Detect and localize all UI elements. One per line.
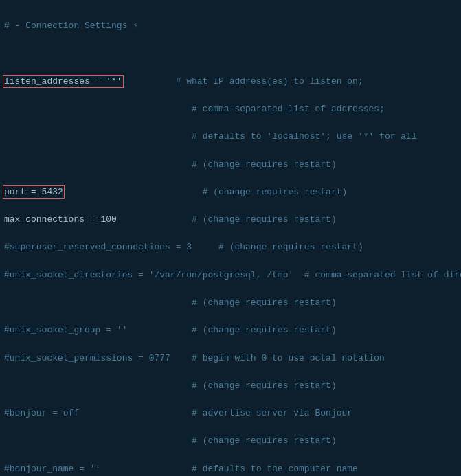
max-connections-setting: max_connections = 100 <box>4 214 117 225</box>
comment-16: # (change requires restart) <box>4 435 337 446</box>
line-14: # (change requires restart) <box>4 379 457 393</box>
line-15: #bonjour = off # advertise server via Bo… <box>4 407 457 420</box>
line-7: port = 5432 # (change requires restart) <box>4 185 457 199</box>
comment-maxconn: # (change requires restart) <box>117 214 337 225</box>
line-3: listen_addresses = '*' # what IP address… <box>4 75 457 89</box>
line-2 <box>4 47 457 60</box>
comment-11: # (change requires restart) <box>4 297 337 308</box>
section-icon: ⚡ <box>133 21 138 31</box>
line-1: # - Connection Settings ⚡ <box>4 19 457 33</box>
line-13: #unix_socket_permissions = 0777 # begin … <box>4 352 457 365</box>
line-4: # comma-separated list of addresses; <box>4 102 457 116</box>
comment-13: #unix_socket_permissions = 0777 # begin … <box>4 353 385 363</box>
line-12: #unix_socket_group = '' # (change requir… <box>4 324 457 337</box>
line-9: #superuser_reserved_connections = 3 # (c… <box>4 240 457 254</box>
comment-14: # (change requires restart) <box>4 381 337 391</box>
line-17: #bonjour_name = '' # defaults to the com… <box>4 462 457 476</box>
comment-9: #superuser_reserved_connections = 3 # (c… <box>4 242 363 252</box>
line-16: # (change requires restart) <box>4 434 457 448</box>
line-5: # defaults to 'localhost'; use '*' for a… <box>4 130 457 144</box>
comment-port: # (change requires restart) <box>63 187 347 197</box>
comment-5: # defaults to 'localhost'; use '*' for a… <box>4 131 417 141</box>
comment-10: #unix_socket_directories = '/var/run/pos… <box>4 270 461 280</box>
code-editor: # - Connection Settings ⚡ listen_address… <box>0 0 461 476</box>
line-8: max_connections = 100 # (change requires… <box>4 213 457 227</box>
comment-4: # comma-separated list of addresses; <box>4 104 385 114</box>
comment-text: # - Connection Settings <box>4 21 133 31</box>
comment-12: #unix_socket_group = '' # (change requir… <box>4 325 337 335</box>
port-setting[interactable]: port = 5432 <box>4 187 63 197</box>
line-6: # (change requires restart) <box>4 158 457 172</box>
line-10: #unix_socket_directories = '/var/run/pos… <box>4 269 457 282</box>
comment-listen: # what IP address(es) to listen on; <box>122 76 363 87</box>
comment-6: # (change requires restart) <box>4 159 337 170</box>
listen-addresses-setting[interactable]: listen_addresses = '*' <box>4 76 122 87</box>
comment-15: #bonjour = off # advertise server via Bo… <box>4 408 352 418</box>
comment-17: #bonjour_name = '' # defaults to the com… <box>4 464 358 474</box>
line-11: # (change requires restart) <box>4 296 457 310</box>
